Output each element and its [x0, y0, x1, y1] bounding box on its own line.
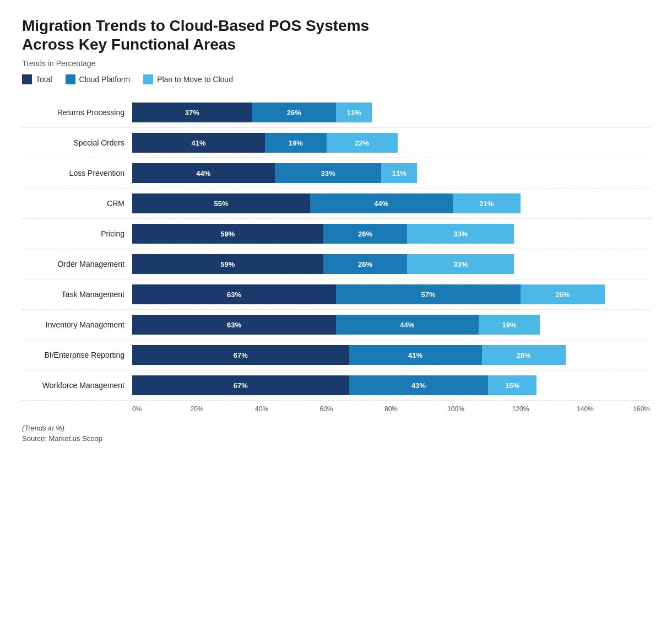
legend-swatch-cloud	[66, 74, 75, 84]
x-tick: 40%	[229, 405, 294, 413]
bar-plan: 21%	[453, 193, 521, 213]
bar-plan: 11%	[381, 163, 417, 183]
bar-plan: 19%	[479, 315, 540, 335]
row-label: Returns Processing	[22, 108, 132, 117]
row-label: Order Management	[22, 260, 132, 268]
subtitle: Trends in Percentage	[22, 59, 650, 68]
bar-cloud: 26%	[323, 254, 408, 274]
bar-plan: 11%	[336, 103, 372, 122]
bars-container: 67%41%26%	[132, 343, 650, 367]
x-tick: 100%	[424, 405, 489, 413]
bar-plan: 33%	[407, 254, 514, 274]
bars-container: 44%33%11%	[132, 162, 650, 185]
legend: TotalCloud PlatformPlan to Move to Cloud	[22, 74, 650, 84]
bar-cloud: 26%	[252, 103, 336, 122]
bar-plan: 15%	[488, 375, 536, 395]
bar-cloud: 44%	[336, 315, 479, 335]
chart-title: Migration Trends to Cloud-Based POS Syst…	[22, 17, 408, 53]
chart-row: BI/Enterprise Reporting67%41%26%	[22, 340, 650, 370]
bars-container: 59%26%33%	[132, 222, 650, 245]
x-tick: 20%	[165, 405, 230, 413]
row-label: Special Orders	[22, 138, 132, 147]
chart-row: Order Management59%26%33%	[22, 249, 650, 279]
legend-label-cloud: Cloud Platform	[79, 75, 131, 84]
legend-swatch-total	[22, 74, 32, 84]
x-tick: 120%	[488, 405, 553, 413]
x-tick: 160%	[617, 405, 650, 413]
legend-item-cloud: Cloud Platform	[66, 74, 131, 84]
chart-row: CRM55%44%21%	[22, 189, 650, 219]
bars-container: 63%57%26%	[132, 283, 650, 306]
legend-label-plan: Plan to Move to Cloud	[157, 75, 233, 84]
legend-swatch-plan	[143, 74, 153, 84]
bar-total: 67%	[132, 345, 349, 365]
bar-cloud: 19%	[265, 133, 327, 153]
row-label: BI/Enterprise Reporting	[22, 351, 132, 359]
bars-container: 63%44%19%	[132, 313, 650, 336]
bar-cloud: 44%	[310, 193, 453, 213]
bar-total: 41%	[132, 133, 265, 153]
bar-cloud: 26%	[323, 224, 408, 244]
legend-item-total: Total	[22, 74, 52, 84]
chart-row: Returns Processing37%26%11%	[22, 98, 650, 128]
bar-total: 63%	[132, 284, 336, 304]
bar-cloud: 41%	[349, 345, 482, 365]
bars-container: 55%44%21%	[132, 192, 650, 215]
chart-row: Inventory Management63%44%19%	[22, 310, 650, 340]
x-tick: 140%	[553, 405, 618, 413]
bar-plan: 26%	[521, 284, 605, 304]
row-label: Loss Prevention	[22, 169, 132, 177]
bars-container: 41%19%22%	[132, 131, 650, 154]
row-label: Inventory Management	[22, 320, 132, 329]
bar-total: 59%	[132, 224, 323, 244]
x-axis: 0%20%40%60%80%100%120%140%160%	[132, 401, 650, 413]
footnotes: (Trends in %) Source: Market.us Scoop	[22, 424, 650, 443]
bar-total: 37%	[132, 103, 252, 122]
chart-row: Workforce Management67%43%15%	[22, 370, 650, 401]
bars-container: 59%26%33%	[132, 252, 650, 276]
bars-container: 67%43%15%	[132, 374, 650, 397]
chart-row: Special Orders41%19%22%	[22, 128, 650, 158]
bar-total: 44%	[132, 163, 275, 183]
row-label: Workforce Management	[22, 381, 132, 390]
footnote-trends: (Trends in %)	[22, 424, 650, 432]
legend-label-total: Total	[36, 75, 52, 84]
bars-container: 37%26%11%	[132, 101, 650, 124]
bar-cloud: 43%	[349, 375, 489, 395]
bar-cloud: 57%	[336, 284, 521, 304]
x-tick: 0%	[132, 405, 165, 413]
x-tick: 60%	[294, 405, 359, 413]
bar-plan: 22%	[327, 133, 398, 153]
x-tick: 80%	[359, 405, 424, 413]
chart-row: Loss Prevention44%33%11%	[22, 158, 650, 189]
row-label: Task Management	[22, 290, 132, 299]
bar-total: 55%	[132, 193, 310, 213]
legend-item-plan: Plan to Move to Cloud	[143, 74, 233, 84]
chart-row: Task Management63%57%26%	[22, 279, 650, 310]
chart-row: Pricing59%26%33%	[22, 219, 650, 249]
row-label: CRM	[22, 199, 132, 208]
bar-total: 63%	[132, 315, 336, 335]
row-label: Pricing	[22, 229, 132, 238]
bar-cloud: 33%	[275, 163, 382, 183]
bar-plan: 33%	[407, 224, 514, 244]
bar-plan: 26%	[482, 345, 566, 365]
footnote-source: Source: Market.us Scoop	[22, 434, 650, 443]
bar-total: 67%	[132, 375, 349, 395]
chart-area: Returns Processing37%26%11%Special Order…	[22, 98, 650, 401]
bar-total: 59%	[132, 254, 323, 274]
